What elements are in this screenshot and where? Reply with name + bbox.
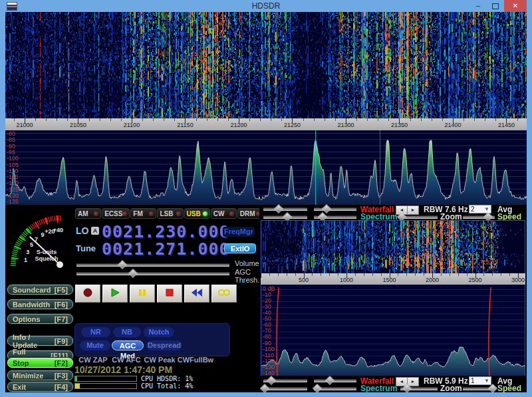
scale-tick xyxy=(269,273,270,276)
mode-button-am[interactable]: AM xyxy=(75,208,101,219)
stop-button[interactable] xyxy=(157,285,182,303)
rf-contrast-slider-thumb[interactable] xyxy=(274,204,283,213)
zoom-spectrum[interactable]: 0 dB-10-20-30-40-50-60-70-80-90-100-110-… xyxy=(261,285,525,376)
soundcard-button[interactable]: Soundcard[F5] xyxy=(7,285,73,295)
mode-label: ECSS xyxy=(104,210,122,217)
af-avg-select[interactable]: 1▼ xyxy=(469,376,491,385)
af-brightness-slider-thumb[interactable] xyxy=(325,376,334,385)
mode-button-usb[interactable]: USB xyxy=(184,208,210,219)
dsp-button-nb[interactable]: NB xyxy=(113,327,141,337)
dsp-button-cw-peak[interactable]: CW Peak xyxy=(144,355,176,364)
minimize-window-button[interactable]: – xyxy=(469,0,487,12)
volume-slider[interactable] xyxy=(76,261,229,267)
agc-threshold-slider[interactable] xyxy=(76,270,229,276)
rewind-button[interactable] xyxy=(184,285,209,303)
af-spectrum-contrast-slider-track xyxy=(263,387,307,390)
af-contrast-slider-thumb[interactable] xyxy=(267,376,276,385)
scale-tick xyxy=(338,273,338,276)
zoom-display-panel: Waterfall◄►RBW 7.6 Hz2▼AvgSpectrumZoomSp… xyxy=(259,205,527,392)
scale-tick xyxy=(260,118,261,121)
mode-button-fm[interactable]: FM xyxy=(130,208,156,219)
pause-button[interactable] xyxy=(130,285,155,303)
dsp-button-mute[interactable]: Mute xyxy=(80,340,110,350)
dsp-button-nr[interactable]: NR xyxy=(81,327,110,337)
zoom-waterfall[interactable] xyxy=(261,220,525,275)
record-icon xyxy=(82,288,93,300)
dsp-button-cw-afc[interactable]: CW AFC xyxy=(110,355,142,364)
dsp-button-cwfullbw[interactable]: CWFullBw xyxy=(176,355,215,364)
lo-auto-badge[interactable]: A xyxy=(91,227,99,235)
freqmgr-button[interactable]: FreqMgr xyxy=(223,227,255,237)
datetime-display: 10/27/2012 1:47:40 PM xyxy=(74,364,172,375)
bandwidth-button[interactable]: Bandwidth[F6] xyxy=(7,299,73,309)
af-brightness-slider-track xyxy=(314,379,356,382)
main-waterfall[interactable] xyxy=(5,12,527,118)
scale-tick xyxy=(415,273,416,276)
rf-spectrum-contrast-slider[interactable] xyxy=(263,213,307,219)
scale-tick xyxy=(367,118,368,121)
control-area: 13579+20+40S-unitsSquelch Soundcard[F5]B… xyxy=(5,205,527,392)
rf-spectrum-offset-slider[interactable] xyxy=(314,213,356,219)
rf-zoom-slider[interactable] xyxy=(400,213,438,219)
af-contrast-slider[interactable] xyxy=(263,377,307,383)
exit-button[interactable]: Exit[F4] xyxy=(7,382,73,392)
dsp-button-notch[interactable]: Notch xyxy=(144,327,174,337)
mode-button-lsb[interactable]: LSB xyxy=(157,208,183,219)
af-spectrum-offset-slider[interactable] xyxy=(314,385,356,391)
rf-speed-slider[interactable] xyxy=(463,213,495,219)
scale-tick-label: 21250 xyxy=(284,122,301,128)
mode-led-icon xyxy=(176,211,181,216)
info-update-button[interactable]: Info / Update[F9] xyxy=(7,336,73,346)
af-zoom-label: Zoom xyxy=(440,384,462,393)
svg-text:9: 9 xyxy=(41,231,44,238)
pause-icon xyxy=(137,288,148,300)
scale-tick-label: 500 xyxy=(299,277,309,283)
volume-slider-thumb[interactable] xyxy=(118,260,127,269)
af-speed-slider-thumb[interactable] xyxy=(488,384,497,393)
extio-button[interactable]: ExtIO xyxy=(224,243,256,253)
dsp-button-cw-zap[interactable]: CW ZAP xyxy=(77,355,109,364)
close-window-button[interactable]: ✕ xyxy=(504,0,527,12)
af-zoom-slider[interactable] xyxy=(400,385,438,391)
minimize-button[interactable]: Minimize[F3] xyxy=(7,370,73,380)
lo-frequency-display[interactable]: 0021.230.000 xyxy=(102,222,230,241)
maximize-window-button[interactable] xyxy=(487,0,504,12)
s-meter: 13579+20+40S-unitsSquelch xyxy=(5,206,74,283)
zoom-frequency-scale[interactable]: 50010001500200025003000 xyxy=(261,273,525,285)
dsp-button-despread[interactable]: Despread xyxy=(146,340,182,350)
main-spectrum-canvas[interactable] xyxy=(5,130,527,205)
mode-label: LSB xyxy=(160,210,173,217)
rf-contrast-slider[interactable] xyxy=(263,205,307,211)
agc-threshold-slider-thumb[interactable] xyxy=(128,269,138,278)
mode-label: CW xyxy=(213,210,225,217)
main-spectrum[interactable]: -80-85-90-95-100-105-110-115-120-125-130… xyxy=(5,130,527,205)
record-button[interactable] xyxy=(75,285,100,303)
stop-button[interactable]: Stop[F2] xyxy=(7,358,73,368)
button-fkey: [F4] xyxy=(55,383,68,391)
mode-button-ecss[interactable]: ECSS xyxy=(102,208,130,219)
rf-brightness-slider[interactable] xyxy=(314,205,356,211)
main-frequency-scale[interactable]: 2100021050211002115021200212502130021350… xyxy=(5,118,527,130)
options-button[interactable]: Options[F7] xyxy=(7,314,73,324)
af-spectrum-offset-slider-thumb[interactable] xyxy=(313,384,322,393)
rf-brightness-slider-thumb[interactable] xyxy=(322,204,331,213)
rewind-icon xyxy=(191,288,203,300)
tune-frequency-display[interactable]: 0021.271.000 xyxy=(102,239,230,259)
scale-tick xyxy=(142,118,143,121)
dsp-button-agc-med[interactable]: AGC Med xyxy=(112,340,144,350)
mode-button-cw[interactable]: CW xyxy=(211,208,237,219)
svg-text:1: 1 xyxy=(24,257,27,263)
play-button[interactable] xyxy=(102,285,128,303)
af-spectrum-contrast-slider[interactable] xyxy=(263,385,307,391)
af-brightness-slider[interactable] xyxy=(314,377,356,383)
loop-button[interactable] xyxy=(211,285,237,303)
af-spectrum-contrast-slider-thumb[interactable] xyxy=(260,384,269,393)
mode-label: AM xyxy=(78,210,88,217)
af-speed-slider[interactable] xyxy=(463,385,495,391)
scale-tick xyxy=(207,118,207,121)
button-label: Stop xyxy=(13,359,29,367)
af-zoom-slider-thumb[interactable] xyxy=(402,384,412,393)
zoom-spectrum-canvas[interactable] xyxy=(261,285,525,376)
titlebar: HDSDR – ✕ xyxy=(0,0,532,12)
scale-tick xyxy=(509,273,510,276)
